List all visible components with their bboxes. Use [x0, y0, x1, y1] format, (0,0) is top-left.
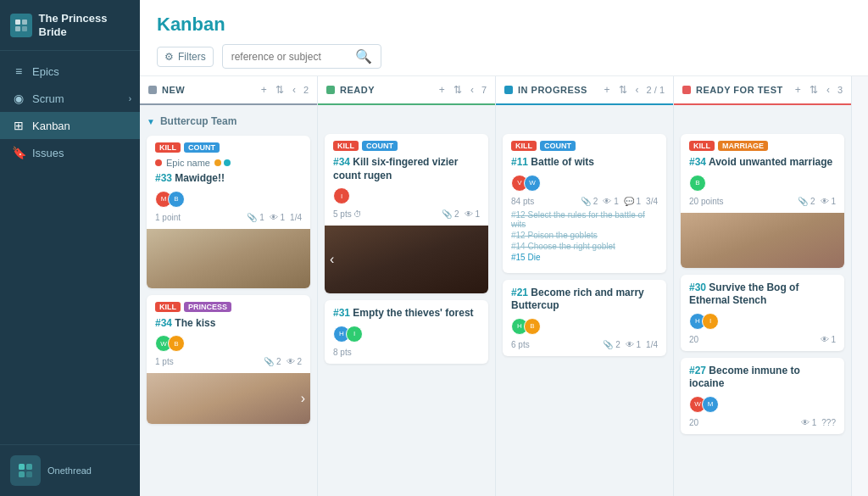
sidebar-item-issues[interactable]: 🔖 Issues [0, 139, 140, 166]
subtask-12-poison: #12 Poison the goblets [511, 230, 658, 241]
card-30-ref[interactable]: #30 [689, 281, 706, 293]
ready-col-collapse-button[interactable]: ‹ [468, 83, 476, 97]
ready-col-sort-button[interactable]: ⇅ [451, 83, 465, 97]
card-33-meta: 1 point 📎 1 👁 1 1/4 [155, 213, 302, 222]
card-21[interactable]: #21 Become rich and marry Buttercup H B … [503, 280, 666, 356]
card-34-kiss[interactable]: kill princess #34 The kiss W B [147, 295, 310, 425]
page-header: Kanban ⚙ Filters 🔍 [140, 0, 868, 76]
card-34-kill-avatars: I [333, 187, 480, 204]
eye-icon-5: 👁 1 [626, 340, 641, 349]
column-header-new: NEW + ⇅ ‹ 2 [140, 76, 317, 105]
epic-name-label: Epic name [166, 158, 210, 168]
card-34-marriage-pts: 20 points [689, 197, 724, 206]
card-27-meta: 20 👁 1 ??? [689, 418, 836, 427]
card-11-meta: 84 pts 📎 2 👁 1 💬 1 3/4 [511, 197, 658, 206]
card-34-marriage-ref[interactable]: #34 [689, 156, 706, 168]
card-33-ref[interactable]: #33 [155, 172, 172, 184]
card-11-body: kill count #11 Battle of wits V W [503, 134, 666, 273]
new-col-count: 2 [303, 85, 309, 95]
svg-rect-2 [15, 26, 20, 31]
card-34-ref[interactable]: #34 [155, 317, 172, 329]
new-col-sort-button[interactable]: ⇅ [273, 83, 287, 97]
card-34-kill-title: #34 Kill six-fingered vizier count rugen [333, 156, 480, 182]
sidebar: The Princess Bride ≡ Epics ◉ Scrum › ⊞ K… [0, 0, 140, 496]
new-col-add-button[interactable]: + [259, 83, 270, 97]
tag-kill-2: kill [155, 302, 181, 312]
filters-button[interactable]: ⚙ Filters [157, 47, 214, 67]
card-34-kill-meta: 5 pts ⏱ 📎 2 👁 1 [333, 209, 480, 219]
card-31-avatars: H I [333, 326, 480, 343]
card-31-meta: 8 pts [333, 348, 480, 357]
sidebar-label-issues: Issues [32, 147, 64, 159]
epic-yellow-dot [214, 159, 221, 166]
avatar-5: I [333, 187, 350, 204]
card-33[interactable]: kill count Epic name [147, 136, 310, 288]
paperclip-icon: 📎 1 [247, 213, 264, 222]
search-box[interactable]: 🔍 [222, 44, 381, 69]
card-33-meta-icons: 📎 1 👁 1 1/4 [247, 213, 302, 222]
card-30[interactable]: #30 Survive the Bog of Ethernal Stench H… [681, 275, 844, 351]
next-image-icon[interactable]: › [301, 391, 305, 406]
new-col-scroll: ▼ Buttercup Team kill count [140, 105, 317, 496]
sidebar-label-epics: Epics [32, 65, 59, 78]
card-21-pts: 6 pts [511, 340, 530, 349]
eye-icon-6: 👁 1 [821, 197, 836, 206]
column-readytest: READY FOR TEST + ⇅ ‹ 3 kill [674, 76, 852, 496]
eye-icon-8: 👁 1 [801, 418, 816, 427]
team-name: Buttercup Team [160, 115, 236, 127]
readytest-col-sort-button[interactable]: ⇅ [807, 83, 821, 97]
filters-label: Filters [178, 51, 206, 63]
card-34-kill-ref[interactable]: #34 [333, 156, 350, 168]
card-31-ref[interactable]: #31 [333, 307, 350, 319]
task-count: 1/4 [290, 213, 302, 222]
svg-rect-4 [19, 464, 25, 470]
card-11[interactable]: kill count #11 Battle of wits V W [503, 134, 666, 273]
column-inprogress: IN PROGRESS + ⇅ ‹ 2 / 1 kill [496, 76, 674, 496]
prev-image-icon[interactable]: ‹ [330, 252, 334, 267]
readytest-col-collapse-button[interactable]: ‹ [824, 83, 832, 97]
sidebar-label-scrum: Scrum [32, 92, 64, 105]
readytest-col-add-button[interactable]: + [793, 83, 804, 97]
card-21-ref[interactable]: #21 [511, 287, 528, 298]
card-34-marriage-body: kill marriage #34 Avoid unwanted marriag… [681, 134, 844, 213]
column-header-inprogress: IN PROGRESS + ⇅ ‹ 2 / 1 [496, 76, 673, 105]
card-34-kiss-meta: 1 pts 📎 2 👁 2 [155, 357, 302, 366]
card-27[interactable]: #27 Become inmune to iocaine W M 20 👁 1 [681, 358, 844, 434]
card-34-kill-image: ‹ [325, 226, 488, 293]
card-27-ref[interactable]: #27 [689, 365, 706, 376]
card-33-image [147, 229, 310, 288]
ready-col-add-button[interactable]: + [437, 83, 448, 97]
sidebar-item-kanban[interactable]: ⊞ Kanban [0, 112, 140, 139]
card-34-kill[interactable]: kill count #34 Kill six-fingered vizier … [325, 134, 488, 293]
card-11-pts: 84 pts [511, 197, 534, 206]
inprogress-col-count: 2 / 1 [647, 85, 665, 95]
task-ratio: 3/4 [646, 197, 658, 206]
epic-dot-icon [155, 159, 162, 166]
new-col-collapse-button[interactable]: ‹ [290, 83, 298, 97]
inprogress-col-collapse-button[interactable]: ‹ [633, 83, 642, 97]
paperclip-icon-3: 📎 2 [442, 209, 459, 219]
toolbar: ⚙ Filters 🔍 [157, 44, 851, 69]
card-34-kill-pts: 5 pts ⏱ [333, 209, 362, 219]
sidebar-item-epics[interactable]: ≡ Epics [0, 58, 140, 85]
card-30-title: #30 Survive the Bog of Ethernal Stench [689, 281, 836, 308]
card-34-marriage-title: #34 Avoid unwanted marriage [689, 156, 836, 170]
search-input[interactable] [231, 51, 350, 63]
team-header[interactable]: ▼ Buttercup Team [147, 112, 310, 131]
sidebar-item-scrum[interactable]: ◉ Scrum › [0, 85, 140, 112]
card-34-kill-tags: kill count [333, 141, 480, 151]
svg-rect-3 [22, 26, 27, 31]
scrum-icon: ◉ [12, 92, 25, 105]
sidebar-header: The Princess Bride [0, 0, 140, 51]
card-34-marriage[interactable]: kill marriage #34 Avoid unwanted marriag… [681, 134, 844, 268]
card-34-marriage-image [681, 213, 844, 268]
inprogress-col-add-button[interactable]: + [602, 83, 613, 97]
card-11-ref[interactable]: #11 [511, 156, 528, 168]
card-31[interactable]: #31 Empty the thieves' forest H I 8 pts [325, 300, 488, 364]
tag-kill-5: kill [689, 141, 715, 151]
inprogress-col-sort-button[interactable]: ⇅ [616, 83, 630, 97]
sidebar-logo-icon [10, 14, 32, 37]
tag-kill-3: kill [333, 141, 359, 151]
card-21-title: #21 Become rich and marry Buttercup [511, 287, 658, 313]
card-31-pts: 8 pts [333, 348, 352, 357]
